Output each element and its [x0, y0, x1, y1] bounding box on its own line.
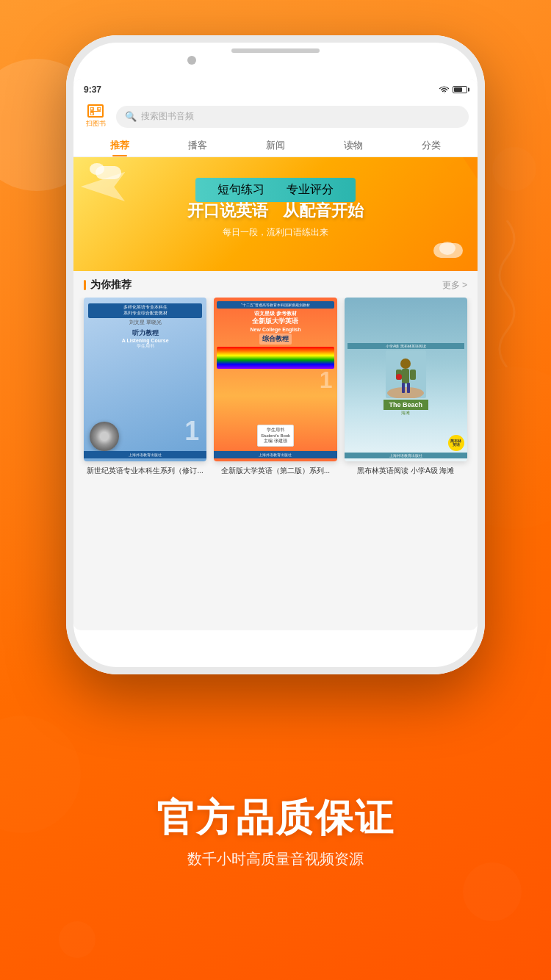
cover2-rainbow [217, 347, 334, 369]
svg-point-16 [396, 374, 402, 380]
banner-line2: 从配音开始 [283, 200, 364, 222]
battery-fill [454, 87, 462, 92]
book-title-1: 新世纪英语专业本科生系列（修订... [84, 466, 206, 476]
cover3-cn-title: 海滩 [401, 410, 410, 417]
cover1-sub: 学生用书 [137, 343, 154, 350]
promo-section: 官方品质保证 数千小时高质量音视频资源 [0, 701, 551, 980]
scan-label: 扫图书 [86, 119, 106, 129]
phone-camera [187, 56, 196, 65]
book-cover-1: 多样化英语专业本科生系列专业综合配套教材 刘文星 覃晓光 听力教程 A List… [84, 298, 206, 461]
phone-screen: 9:37 [73, 79, 478, 630]
cover3-publisher: 上海外语教育出版社 [345, 453, 467, 458]
cover1-disc [90, 422, 119, 451]
cover2-name: 全新版大学英语New College English [251, 317, 301, 334]
book-item-1[interactable]: 多样化英语专业本科生系列专业综合配套教材 刘文星 覃晓光 听力教程 A List… [84, 298, 206, 476]
promo-sub-text: 数千小时高质量音视频资源 [187, 849, 364, 869]
book-cover-2: "十二五"普通高等教育本科国家级规划教材 语文星级 参考教材 全新版大学英语Ne… [214, 298, 336, 461]
section-header: 为你推荐 更多 > [73, 271, 478, 298]
book-list: 多样化英语专业本科生系列专业综合配套教材 刘文星 覃晓光 听力教程 A List… [73, 298, 478, 486]
tab-bar: 推荐 播客 新闻 读物 分类 [73, 134, 478, 157]
tab-news[interactable]: 新闻 [237, 134, 314, 156]
cover3-top: 小学A级 黑布林英语阅读 [347, 343, 464, 349]
svg-rect-13 [410, 370, 416, 380]
cover2-number: 1 [320, 366, 333, 393]
promo-main-text: 官方品质保证 [156, 797, 395, 839]
cover3-badge: 黑布林英语 [448, 435, 464, 451]
cover3-figure [386, 350, 426, 398]
svg-rect-0 [90, 107, 93, 110]
banner-teal-bar: 短句练习 专业评分 [195, 178, 356, 202]
svg-rect-11 [402, 369, 409, 383]
cover1-title: 听力教程 [132, 328, 159, 338]
wifi-icon [439, 86, 450, 94]
tab-recommend[interactable]: 推荐 [81, 134, 159, 156]
cover2-badge: "十二五"普通高等教育本科国家级规划教材 [217, 301, 334, 309]
tab-podcast[interactable]: 播客 [159, 134, 237, 156]
svg-rect-15 [407, 383, 410, 393]
svg-rect-2 [90, 112, 93, 115]
cover2-brand: 语文星级 参考教材 [254, 310, 297, 317]
status-time: 9:37 [84, 84, 101, 95]
book-cover-3: 小学A级 黑布林英语阅读 [345, 298, 467, 461]
banner-line1: 开口说英语 [187, 200, 268, 222]
cover1-author: 刘文星 覃晓光 [129, 319, 162, 326]
banner-sub: 每日一段，流利口语练出来 [73, 226, 478, 239]
svg-rect-14 [402, 383, 405, 393]
cover2-integrated: 综合教程 [259, 334, 292, 345]
cloud-2 [90, 163, 104, 175]
cover1-en: A Listening Course [122, 338, 169, 343]
svg-rect-1 [98, 107, 101, 110]
tab-reading[interactable]: 读物 [314, 134, 392, 156]
search-placeholder: 搜索图书音频 [141, 110, 194, 123]
status-bar: 9:37 [73, 79, 478, 100]
section-title: 为你推荐 [84, 278, 132, 292]
deco-circle-6 [492, 147, 536, 191]
search-icon: 🔍 [125, 111, 137, 122]
cover1-badge: 多样化英语专业本科生系列专业综合配套教材 [88, 303, 202, 318]
cover1-publisher: 上海外语教育出版社 [84, 451, 206, 458]
battery-icon [453, 86, 467, 93]
phone-speaker [231, 48, 320, 53]
banner-tag2: 专业评分 [287, 182, 334, 198]
scan-button[interactable]: 扫图书 [82, 104, 109, 129]
banner-tag1: 短句练习 [217, 182, 264, 198]
book-item-2[interactable]: "十二五"普通高等教育本科国家级规划教材 语文星级 参考教材 全新版大学英语Ne… [214, 298, 336, 476]
phone-shell: 9:37 [66, 35, 485, 674]
scan-icon [87, 104, 104, 118]
book-item-3[interactable]: 小学A级 黑布林英语阅读 [345, 298, 467, 476]
cloud-4 [439, 242, 455, 255]
tab-category[interactable]: 分类 [392, 134, 470, 156]
more-button[interactable]: 更多 > [442, 279, 467, 292]
cover3-en-title: The Beach [383, 400, 429, 410]
cover2-publisher: 上海外语教育出版社 [214, 451, 336, 458]
squiggle-decoration [478, 220, 536, 367]
cover1-number: 1 [184, 416, 199, 447]
status-icons [439, 86, 467, 94]
cover2-edition: 学生用书Student's Book主编 张建强 [257, 425, 294, 447]
top-nav: 扫图书 🔍 搜索图书音频 [73, 100, 478, 134]
banner[interactable]: 短句练习 专业评分 开口说英语 从配音开始 每日一段，流利口语练出来 [73, 157, 478, 271]
search-bar[interactable]: 🔍 搜索图书音频 [116, 106, 469, 128]
banner-main-text: 开口说英语 从配音开始 每日一段，流利口语练出来 [73, 200, 478, 239]
svg-point-10 [400, 359, 411, 369]
book-title-2: 全新版大学英语（第二版）系列... [214, 466, 336, 476]
book-title-3: 黑布林英语阅读 小学A级 海滩 [345, 466, 467, 476]
